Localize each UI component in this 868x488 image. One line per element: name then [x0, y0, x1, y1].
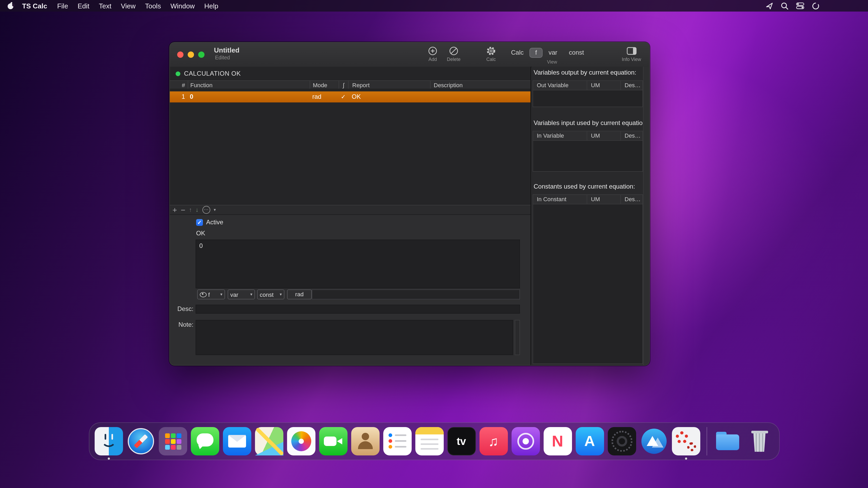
menu-view[interactable]: View [116, 2, 141, 10]
news-dock-icon[interactable]: N [544, 427, 572, 455]
facetime-dock-icon[interactable] [319, 427, 347, 455]
mail-dock-icon[interactable] [223, 427, 251, 455]
notes-dock-icon[interactable] [415, 427, 443, 455]
info-column-header[interactable]: UM [587, 131, 620, 140]
cell-desc [430, 91, 530, 102]
apple-tv-dock-icon[interactable]: tv [447, 427, 475, 455]
launchpad-dock-icon[interactable] [158, 427, 187, 455]
info-column-header[interactable]: Out Variable [533, 81, 587, 90]
menu-text[interactable]: Text [94, 2, 116, 10]
equation-result: OK [196, 230, 205, 237]
info-table-header: In VariableUMDes… [533, 131, 643, 141]
desc-field[interactable] [195, 305, 520, 314]
info-column-header[interactable]: Des… [620, 195, 643, 204]
view-segment-const[interactable]: const [563, 48, 590, 58]
column-header[interactable]: Function [188, 81, 310, 89]
calc-button[interactable]: Calc [479, 46, 503, 62]
column-header[interactable]: Mode [310, 81, 339, 89]
const-dropdown[interactable]: const [257, 289, 284, 299]
gear-circle-app-dock-icon[interactable] [608, 427, 636, 455]
music-dock-icon[interactable]: ♫ [479, 427, 507, 455]
safari-dock-icon[interactable] [126, 427, 155, 455]
app-store-dock-icon[interactable]: A [576, 427, 604, 455]
siri-circle-icon[interactable] [812, 2, 819, 10]
info-column-header[interactable]: Des… [620, 81, 643, 90]
info-column-header[interactable]: Des… [620, 131, 643, 140]
messages-dock-icon[interactable] [191, 427, 219, 455]
info-column-header[interactable]: In Variable [533, 131, 587, 140]
view-segment-f[interactable]: f [529, 48, 543, 58]
app-menu[interactable]: TS Calc [17, 2, 52, 10]
delete-button[interactable]: Delete [442, 46, 465, 62]
add-button[interactable]: Add [421, 46, 444, 62]
zoom-button[interactable] [198, 52, 205, 58]
contacts-dock-icon[interactable] [351, 427, 379, 455]
var-dropdown[interactable]: var [228, 289, 255, 299]
info-section-title: Variables output by current equation: [534, 69, 644, 76]
info-column-header[interactable]: In Constant [533, 195, 587, 204]
info-section: Variables output by current equation:Out… [531, 69, 644, 107]
active-label: Active [206, 219, 223, 226]
f-dropdown[interactable]: f [197, 289, 225, 299]
note-field[interactable] [195, 320, 513, 355]
equation-text-area[interactable]: 0 [195, 239, 520, 288]
move-down-icon[interactable]: ↓ [195, 206, 198, 214]
info-panel: Variables output by current equation:Out… [531, 67, 650, 365]
equation-inline-input[interactable] [312, 289, 520, 299]
minimize-button[interactable] [188, 52, 194, 58]
apple-menu-icon[interactable] [7, 2, 15, 9]
column-header[interactable]: Report [348, 81, 430, 89]
control-center-icon[interactable] [796, 2, 804, 9]
equation-row[interactable]: 10rad✓OK [170, 91, 530, 102]
app-store-glyph: A [584, 433, 595, 450]
view-segment-calc[interactable]: Calc [505, 48, 529, 58]
view-segment-var[interactable]: var [543, 48, 563, 58]
window-titlebar[interactable]: Untitled Edited Add Delete Calc [170, 42, 649, 67]
photos-dock-icon[interactable] [287, 427, 315, 455]
remove-row-icon[interactable]: − [181, 206, 186, 214]
desktop: TS Calc FileEditTextViewToolsWindowHelp [0, 0, 868, 488]
note-label: Note: [170, 321, 193, 328]
equations-pane: CALCULATION OK #FunctionMode∫ReportDescr… [170, 67, 531, 365]
location-arrow-icon[interactable] [766, 2, 773, 10]
info-table-body [533, 141, 643, 171]
rad-mode-button[interactable]: rad [287, 289, 312, 299]
action-menu-icon[interactable]: ⋯ [202, 206, 210, 214]
maps-dock-icon[interactable] [255, 427, 283, 455]
equations-table-header: #FunctionMode∫ReportDescription [170, 80, 530, 89]
column-header[interactable]: Description [430, 81, 530, 89]
news-glyph: N [552, 432, 563, 450]
reminders-dock-icon[interactable] [383, 427, 411, 455]
menu-window[interactable]: Window [165, 2, 199, 10]
active-checkbox[interactable]: ✓ [196, 219, 203, 226]
list-toolbar: +−↑↓⋯▾ [170, 205, 530, 215]
move-up-icon[interactable]: ↑ [189, 206, 192, 214]
info-table: In ConstantUMDes… [533, 194, 643, 364]
spotlight-search-icon[interactable] [781, 2, 788, 10]
finder-dock-icon[interactable] [94, 427, 123, 455]
add-row-icon[interactable]: + [173, 206, 177, 214]
info-view-button[interactable]: Info View [618, 46, 645, 62]
cell-rep: OK [348, 91, 430, 102]
podcasts-dock-icon[interactable] [511, 427, 540, 455]
info-column-header[interactable]: UM [587, 81, 620, 90]
action-menu-chevron-icon[interactable]: ▾ [214, 206, 216, 214]
menu-tools[interactable]: Tools [141, 2, 166, 10]
column-header[interactable]: ∫ [339, 81, 348, 89]
menu-file[interactable]: File [52, 2, 73, 10]
trash-dock-icon[interactable] [745, 427, 774, 455]
close-button[interactable] [177, 52, 184, 58]
apple-tv-glyph: tv [457, 435, 466, 447]
folder-dock-icon[interactable] [713, 427, 742, 455]
info-panel-scrollbar[interactable] [643, 67, 650, 365]
info-section: Variables input used by current equation… [531, 119, 644, 172]
column-header[interactable]: # [170, 81, 188, 89]
info-table-body [533, 204, 643, 363]
menu-edit[interactable]: Edit [73, 2, 94, 10]
menu-help[interactable]: Help [199, 2, 223, 10]
cell-num: 1 [170, 91, 188, 102]
info-column-header[interactable]: UM [587, 195, 620, 204]
ts-calc-dock-icon[interactable] [672, 427, 700, 455]
mountain-app-dock-icon[interactable] [640, 427, 668, 455]
note-scrollbar[interactable] [515, 320, 520, 355]
